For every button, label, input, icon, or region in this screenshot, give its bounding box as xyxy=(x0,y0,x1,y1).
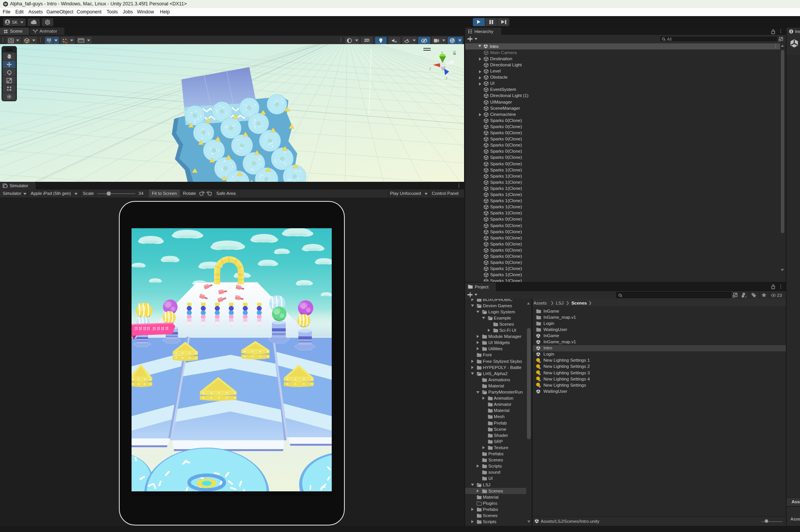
svg-text:x: x xyxy=(429,66,431,71)
svg-text:z: z xyxy=(446,76,448,80)
svg-text:Y: Y xyxy=(48,40,50,43)
